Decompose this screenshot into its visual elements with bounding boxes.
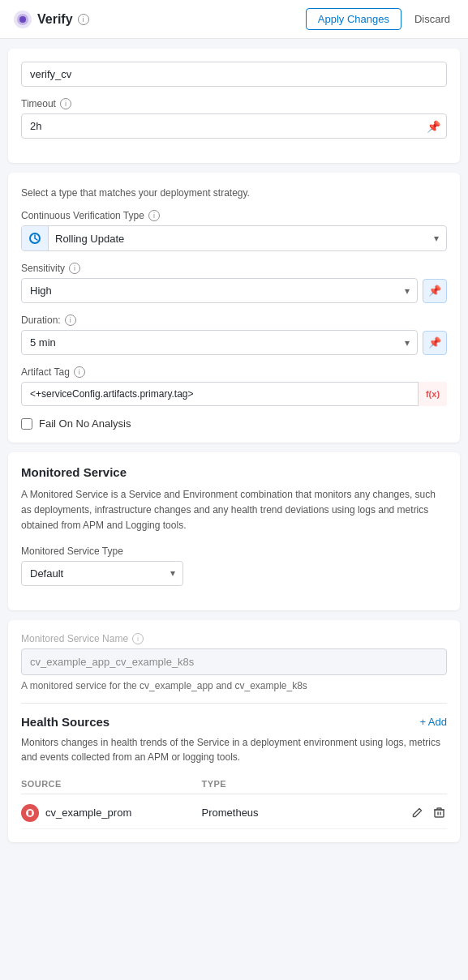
timeout-pin-icon[interactable]: 📌 — [427, 120, 440, 133]
type-cell: Prometheus — [202, 807, 383, 819]
header-actions: Apply Changes Discard — [306, 8, 455, 30]
monitored-service-description: A Monitored Service is a Service and Env… — [21, 487, 447, 534]
svg-rect-5 — [28, 811, 32, 815]
name-input-wrapper — [21, 62, 447, 87]
edit-source-button[interactable] — [410, 805, 425, 820]
discard-button[interactable]: Discard — [410, 9, 455, 29]
ms-name-label: Monitored Service Name i — [21, 633, 447, 644]
name-input[interactable] — [21, 62, 447, 87]
health-sources-header: Health Sources + Add — [21, 715, 447, 729]
sensitivity-select-wrapper: High Medium Low ▾ — [21, 278, 418, 303]
artifact-tag-input[interactable] — [21, 382, 447, 406]
table-row: cv_example_prom Prometheus — [21, 798, 447, 829]
col-actions — [382, 779, 447, 789]
duration-form-group: Duration: i 5 min 10 min 15 min 30 min ▾… — [21, 315, 447, 355]
monitored-service-title: Monitored Service — [21, 465, 447, 479]
apply-changes-button[interactable]: Apply Changes — [306, 8, 401, 30]
cv-type-select-box[interactable]: Rolling Update ▾ — [21, 225, 447, 251]
duration-pin-button[interactable]: 📌 — [423, 331, 447, 355]
svg-point-2 — [19, 16, 26, 23]
cv-type-select[interactable]: Rolling Update — [49, 227, 446, 250]
ms-name-health-card: Monitored Service Name i A monitored ser… — [8, 620, 460, 842]
app-header: Verify i Apply Changes Discard — [0, 0, 468, 39]
artifact-tag-form-group: Artifact Tag i f(x) — [21, 366, 447, 406]
sensitivity-pin-button[interactable]: 📌 — [423, 279, 447, 303]
health-sources-table-header: SOURCE TYPE — [21, 774, 447, 794]
duration-select-wrapper: 5 min 10 min 15 min 30 min ▾ — [21, 330, 418, 355]
title-info-icon[interactable]: i — [78, 14, 89, 25]
timeout-input-wrapper: 📌 — [21, 113, 447, 139]
ms-name-info-icon[interactable]: i — [132, 633, 144, 644]
cv-type-label: Continuous Verification Type i — [21, 210, 447, 221]
prometheus-icon — [21, 804, 39, 822]
name-form-group — [21, 62, 447, 87]
timeout-input[interactable] — [21, 113, 447, 139]
ms-type-label: Monitored Service Type — [21, 546, 447, 557]
section-divider — [21, 703, 447, 704]
duration-select[interactable]: 5 min 10 min 15 min 30 min — [21, 330, 418, 355]
cv-type-info-icon[interactable]: i — [148, 210, 160, 221]
header-left: Verify i — [13, 10, 89, 29]
monitored-service-card: Monitored Service A Monitored Service is… — [8, 452, 460, 610]
artifact-input-wrapper: f(x) — [21, 382, 447, 406]
health-sources-description: Monitors changes in health trends of the… — [21, 735, 447, 764]
sensitivity-info-icon[interactable]: i — [69, 263, 80, 274]
top-form-card: Timeout i 📌 — [8, 49, 460, 163]
ms-name-form-group: Monitored Service Name i A monitored ser… — [21, 633, 447, 691]
duration-select-with-pin: 5 min 10 min 15 min 30 min ▾ 📌 — [21, 330, 447, 355]
ms-type-select-wrapper: Default Custom ▾ — [21, 561, 183, 586]
source-cell: cv_example_prom — [21, 804, 202, 822]
artifact-tag-info-icon[interactable]: i — [74, 366, 85, 378]
col-source: SOURCE — [21, 779, 202, 789]
sensitivity-select[interactable]: High Medium Low — [21, 278, 418, 303]
page-content: Timeout i 📌 Select a type that matches y… — [0, 49, 468, 842]
cv-type-form-group: Continuous Verification Type i Rolling U… — [21, 210, 447, 251]
sensitivity-label: Sensitivity i — [21, 263, 447, 274]
cv-type-select-wrapper: Rolling Update ▾ — [21, 225, 447, 251]
svg-rect-6 — [435, 810, 444, 817]
timeout-form-group: Timeout i 📌 — [21, 98, 447, 139]
app-logo — [13, 10, 32, 29]
fail-on-no-analysis-label: Fail On No Analysis — [39, 417, 131, 430]
fail-on-no-analysis-checkbox[interactable] — [21, 418, 32, 430]
duration-label: Duration: i — [21, 315, 447, 326]
duration-info-icon[interactable]: i — [65, 315, 76, 326]
cv-hint: Select a type that matches your deployme… — [21, 186, 447, 200]
timeout-info-icon[interactable]: i — [60, 98, 71, 109]
delete-source-button[interactable] — [432, 805, 447, 820]
timeout-label: Timeout i — [21, 98, 447, 109]
sensitivity-select-with-pin: High Medium Low ▾ 📌 — [21, 278, 447, 303]
fail-on-no-analysis-row: Fail On No Analysis — [21, 417, 447, 430]
action-cell — [382, 805, 447, 820]
source-name: cv_example_prom — [45, 807, 131, 819]
cv-section-card: Select a type that matches your deployme… — [8, 173, 460, 443]
ms-type-form-group: Monitored Service Type Default Custom ▾ — [21, 546, 447, 586]
col-type: TYPE — [202, 779, 383, 789]
page-title: Verify — [37, 12, 73, 27]
ms-name-input — [21, 648, 447, 675]
fx-badge[interactable]: f(x) — [418, 382, 447, 406]
ms-type-select[interactable]: Default Custom — [21, 561, 183, 586]
artifact-tag-label: Artifact Tag i — [21, 366, 447, 378]
health-sources-title: Health Sources — [21, 715, 109, 729]
sensitivity-form-group: Sensitivity i High Medium Low ▾ 📌 — [21, 263, 447, 303]
add-health-source-button[interactable]: + Add — [419, 716, 447, 728]
rolling-icon — [22, 226, 49, 250]
ms-name-hint: A monitored service for the cv_example_a… — [21, 680, 447, 691]
